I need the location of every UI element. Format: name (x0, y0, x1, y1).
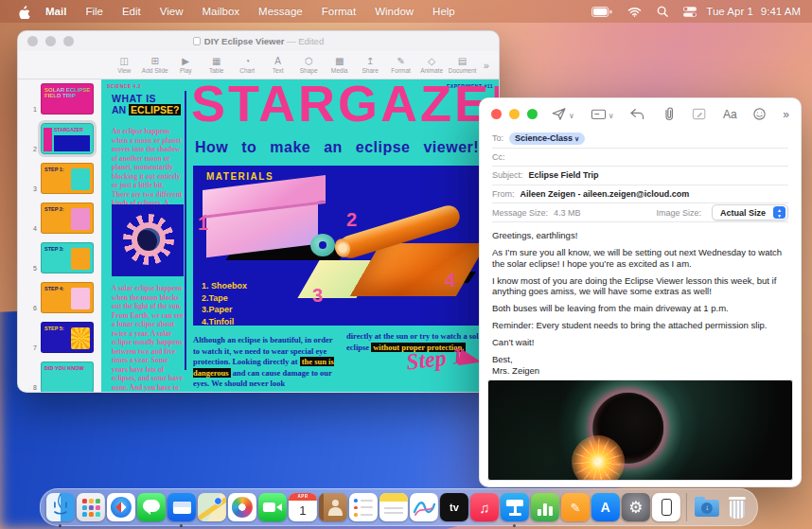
menu-item-window[interactable]: Window (375, 6, 414, 17)
view-icon: ◫ (109, 57, 139, 66)
dock-item-appletv[interactable]: tv (440, 493, 468, 525)
slide-canvas[interactable]: SCIENCE 4.2 EXPERIMENT #11 WHAT IS AN EC… (101, 79, 500, 393)
slide-thumbnail-4[interactable]: 4 STEP 2: (18, 203, 101, 234)
dock-item-reminders[interactable] (349, 493, 378, 525)
settings-gear-icon: ⚙ (622, 493, 650, 521)
play-button[interactable]: ▶Play (170, 57, 201, 74)
battery-icon[interactable] (591, 7, 612, 17)
dock-item-music[interactable]: ♫ (470, 493, 499, 525)
menu-item-help[interactable]: Help (432, 6, 455, 17)
send-button[interactable] (551, 106, 567, 122)
dock-item-downloads[interactable]: ↓ (693, 493, 721, 525)
materials-item-1: 1. Shoebox (202, 280, 247, 292)
zoom-button[interactable] (527, 109, 538, 119)
keynote-window[interactable]: DIY Eclipse Viewer — Edited ◫View ⊞Add S… (17, 30, 500, 393)
menu-item-mailbox[interactable]: Mailbox (202, 6, 239, 17)
dock-item-notes[interactable] (380, 493, 408, 525)
document-button[interactable]: ▤Document (447, 57, 477, 74)
body-paragraph: Reminder: Every student needs to bring t… (492, 320, 788, 331)
numbers-icon (531, 493, 559, 521)
menu-item-view[interactable]: View (160, 6, 184, 17)
materials-item-2: 2.Tape (202, 292, 247, 305)
text-button[interactable]: AText (262, 57, 292, 74)
mail-toolbar: ∨ ∨ Aa » (480, 98, 801, 130)
mail-icon (168, 493, 196, 521)
format-text-button[interactable]: Aa (723, 108, 737, 121)
slide-thumbnail-2-selected[interactable]: 2 STARGAZER (18, 123, 101, 154)
menu-item-format[interactable]: Format (322, 6, 356, 17)
media-button[interactable]: ▩Media (324, 57, 354, 74)
animate-button[interactable]: ◇Animate (416, 57, 447, 74)
slide-thumbnail-6[interactable]: 6 STEP 4: (18, 282, 101, 313)
view-button[interactable]: ◫View (109, 57, 139, 74)
chart-button[interactable]: ◔Chart (232, 57, 262, 74)
close-button[interactable] (491, 109, 502, 119)
table-button[interactable]: ▦Table (201, 57, 231, 74)
header-fields-chevron[interactable]: ∨ (609, 112, 614, 120)
calendar-day: 1 (299, 501, 306, 520)
dock-item-launchpad[interactable] (77, 493, 105, 525)
menu-item-file[interactable]: File (85, 6, 103, 17)
header-fields-button[interactable] (591, 107, 607, 121)
dock-item-safari[interactable] (107, 493, 135, 525)
menu-item-edit[interactable]: Edit (122, 6, 141, 17)
control-center-icon[interactable] (683, 7, 697, 17)
dock-item-pages[interactable]: ✎ (561, 493, 590, 525)
mail-compose-window[interactable]: ∨ ∨ Aa » To: Science-Class∨ Cc: (479, 97, 802, 487)
select-stepper-icon: ▲▼ (773, 206, 786, 219)
dock-item-calendar[interactable]: APR1 (289, 493, 317, 525)
slide-course-code: SCIENCE 4.2 (107, 83, 141, 89)
cc-field[interactable]: Cc: (492, 149, 788, 168)
subject-field[interactable]: Subject: Eclipse Field Trip (492, 167, 788, 185)
reply-icon[interactable] (629, 107, 645, 121)
body-paragraph: Both buses will be leaving from the main… (492, 303, 788, 314)
dock-item-appstore[interactable]: A (591, 493, 620, 525)
dock-item-numbers[interactable] (531, 493, 559, 525)
menu-item-message[interactable]: Message (258, 6, 303, 17)
format-button[interactable]: ✎Format (385, 57, 415, 74)
image-size-select[interactable]: Actual Size ▲▼ (712, 204, 788, 220)
shape-button[interactable]: ⬡Shape (293, 57, 324, 74)
dock-item-facetime[interactable] (258, 493, 287, 525)
send-options-chevron[interactable]: ∨ (569, 112, 574, 120)
slide-thumbnail-3[interactable]: 3 STEP 1: (18, 163, 101, 194)
to-field[interactable]: To: Science-Class∨ (492, 130, 788, 149)
menu-app-name[interactable]: Mail (45, 6, 66, 17)
emoji-button[interactable] (752, 107, 767, 121)
calendar-month: APR (289, 493, 317, 501)
menu-clock[interactable]: Tue Apr 1 9:41 AM (706, 6, 801, 17)
dock-item-finder[interactable] (46, 493, 75, 525)
dock-item-contacts[interactable] (319, 493, 347, 525)
slide-thumbnail-8[interactable]: 8 DID YOU KNOW (18, 361, 101, 393)
eclipse-photo-attachment[interactable] (487, 379, 793, 481)
apple-menu-icon[interactable] (17, 5, 30, 19)
dock-item-photos[interactable] (228, 493, 256, 525)
from-field[interactable]: From: Aileen Zeigen - aileen.zeigen@iclo… (492, 185, 788, 204)
recipient-token[interactable]: Science-Class∨ (509, 132, 585, 145)
mail-message-body[interactable]: Greetings, earthlings! As I’m sure you a… (480, 222, 801, 376)
slide-thumbnail-1[interactable]: 1 SOLAR ECLIPSE FIELD TRIP (18, 83, 101, 115)
wifi-icon[interactable] (627, 7, 642, 17)
attachment-button[interactable] (662, 106, 676, 122)
dock-item-mail[interactable] (168, 493, 196, 525)
dock-item-maps[interactable] (198, 493, 226, 525)
dock-item-settings[interactable]: ⚙ (622, 493, 650, 525)
keynote-titlebar[interactable]: DIY Eclipse Viewer — Edited (18, 31, 499, 51)
dock-item-freeform[interactable] (410, 493, 438, 525)
markup-button[interactable] (692, 107, 707, 121)
toolbar-overflow-button[interactable]: » (783, 108, 789, 121)
dock-item-trash[interactable] (723, 493, 751, 525)
minimize-button[interactable] (509, 109, 520, 119)
share-button[interactable]: ↥Share (355, 57, 385, 74)
search-icon[interactable] (657, 6, 668, 17)
dock-item-iphone-mirroring[interactable] (652, 493, 680, 525)
appstore-a-glyph: A (601, 500, 610, 515)
dock-item-keynote[interactable] (501, 493, 529, 525)
add-slide-button[interactable]: ⊞Add Slide (139, 57, 169, 74)
keynote-toolbar: ◫View ⊞Add Slide ▶Play ▦Table ◔Chart ATe… (18, 51, 499, 79)
slide-thumbnail-5[interactable]: 5 STEP 3: (18, 242, 101, 273)
dock-item-messages[interactable] (137, 493, 166, 525)
toolbar-overflow-button[interactable]: » (478, 60, 489, 71)
slide-thumbnail-7[interactable]: 7 STEP 5: (18, 322, 101, 353)
safari-icon (107, 493, 135, 521)
